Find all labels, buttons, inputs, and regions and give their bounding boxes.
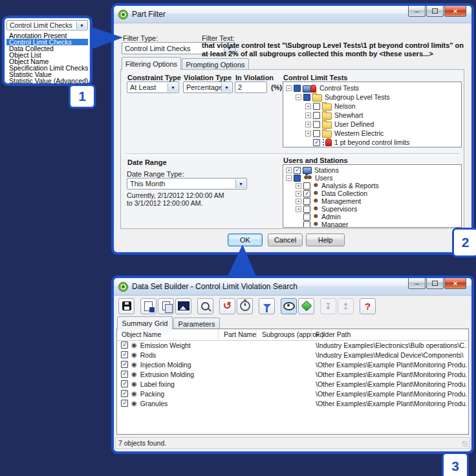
collapse-icon[interactable]: −: [286, 85, 292, 91]
table-row[interactable]: ◉Label fixing\Other Examples\Example Pla…: [117, 379, 468, 389]
filter-type-dropdown-closed[interactable]: Control Limit Checks ▼: [6, 20, 88, 30]
expand-icon[interactable]: +: [296, 183, 301, 189]
tree-item[interactable]: −Control Tests: [286, 83, 461, 92]
tree-item[interactable]: Admin: [286, 213, 461, 221]
row-checkbox[interactable]: [121, 371, 128, 378]
violation-type-combo[interactable]: Percentage ▼: [183, 81, 233, 93]
help-button[interactable]: [360, 298, 376, 314]
chevron-down-icon[interactable]: ▼: [235, 179, 246, 188]
tree-checkbox[interactable]: [313, 139, 320, 146]
tree-checkbox[interactable]: [303, 206, 310, 213]
minimize-button[interactable]: –: [408, 6, 426, 17]
tree-checkbox[interactable]: [303, 182, 310, 189]
tree-item[interactable]: +User Defined: [286, 120, 461, 129]
tree-item[interactable]: +Analysis & Reports: [286, 182, 461, 189]
maximize-button[interactable]: [426, 278, 444, 289]
tree-item[interactable]: +Stations: [286, 166, 461, 174]
eye-button[interactable]: [281, 298, 297, 314]
close-button[interactable]: ×: [444, 278, 466, 289]
tab-prompting-options[interactable]: Prompting Options: [182, 58, 249, 70]
tree-item[interactable]: +Data Collection: [286, 189, 461, 197]
timer-button[interactable]: [237, 298, 253, 314]
row-checkbox[interactable]: [121, 341, 128, 349]
table-row[interactable]: ◉Packing\Other Examples\Example Plant\Mo…: [117, 389, 468, 398]
in-violation-input[interactable]: 2: [235, 81, 267, 93]
column-header-part-name[interactable]: Part Name: [224, 330, 256, 338]
constraint-type-combo[interactable]: At Least ▼: [127, 81, 179, 93]
ok-button[interactable]: OK: [228, 233, 263, 246]
row-checkbox[interactable]: [121, 361, 128, 368]
users-and-stations-tree[interactable]: +Stations−Users+Analysis & Reports+Data …: [283, 164, 462, 228]
tree-item[interactable]: +Western Electric: [286, 129, 461, 138]
copy-button[interactable]: [158, 298, 174, 314]
date-range-type-combo[interactable]: This Month ▼: [127, 178, 247, 189]
export-save-button[interactable]: [140, 298, 157, 314]
table-row[interactable]: ◉Granules\Other Examples\Example Plant\M…: [117, 398, 468, 408]
control-limit-tests-tree[interactable]: −Control Tests−Subgroup Level Tests+Nels…: [283, 81, 462, 147]
tree-checkbox[interactable]: [303, 190, 310, 197]
tree-checkbox[interactable]: [294, 85, 301, 92]
column-header-subgroups[interactable]: Subgroups (approx.): [262, 330, 324, 338]
close-button[interactable]: ×: [444, 6, 466, 17]
row-checkbox[interactable]: [121, 380, 128, 387]
table-row[interactable]: ◉Extrusion Molding\Other Examples\Exampl…: [117, 369, 468, 379]
filter-funnel-button[interactable]: [259, 298, 275, 314]
tree-checkbox[interactable]: [294, 175, 301, 182]
expand-icon[interactable]: +: [296, 191, 301, 197]
expand-icon[interactable]: +: [286, 168, 292, 173]
expand-icon[interactable]: +: [305, 131, 311, 136]
go-diamond-button[interactable]: [298, 298, 314, 314]
chevron-down-icon[interactable]: ▼: [168, 83, 178, 92]
table-row[interactable]: ◉Emission Weight\Industry Examples\Elect…: [117, 340, 468, 350]
cancel-button[interactable]: Cancel: [268, 233, 303, 246]
table-row[interactable]: ◉Injection Molding\Other Examples\Exampl…: [117, 360, 468, 369]
filter-type-listbox[interactable]: Annotation PresentControl Limit ChecksDa…: [6, 32, 88, 84]
tree-checkbox[interactable]: [303, 198, 310, 205]
tree-item[interactable]: +Shewhart: [286, 111, 461, 120]
row-checkbox[interactable]: [121, 351, 128, 358]
tree-item[interactable]: −Subgroup Level Tests: [286, 92, 461, 102]
expand-icon[interactable]: +: [296, 206, 301, 212]
tree-checkbox[interactable]: [303, 94, 310, 101]
tree-item[interactable]: +Nelson: [286, 102, 461, 111]
tree-item[interactable]: +Management: [286, 197, 461, 205]
tab-filtering-options[interactable]: Filtering Options: [122, 57, 181, 70]
tab-summary-grid[interactable]: Summary Grid: [117, 316, 173, 329]
image-button[interactable]: [175, 298, 191, 314]
tree-item[interactable]: −Users: [286, 174, 461, 182]
collapse-icon[interactable]: −: [296, 94, 301, 100]
maximize-button[interactable]: [426, 6, 444, 17]
column-header-object-name[interactable]: Object Name: [122, 330, 161, 338]
minimize-button[interactable]: –: [408, 278, 426, 289]
collapse-icon[interactable]: −: [286, 175, 292, 181]
help-button[interactable]: Help: [306, 233, 345, 246]
expand-icon[interactable]: +: [296, 199, 301, 204]
tree-checkbox[interactable]: [313, 121, 320, 128]
tree-item-label: Supervisors: [321, 205, 357, 213]
tree-checkbox[interactable]: [313, 112, 320, 119]
window-controls: – ×: [408, 278, 466, 289]
chevron-down-icon[interactable]: ▼: [221, 83, 232, 92]
tab-parameters[interactable]: Parameters: [173, 318, 220, 329]
expand-icon[interactable]: +: [305, 113, 311, 118]
summary-grid[interactable]: Object Name Part Name Subgroups (approx.…: [116, 329, 469, 435]
tree-checkbox[interactable]: [313, 103, 320, 110]
tree-checkbox[interactable]: [294, 167, 301, 174]
undo-button[interactable]: [219, 298, 235, 314]
chevron-down-icon[interactable]: ▼: [76, 21, 87, 29]
tree-item[interactable]: Manager: [286, 221, 461, 228]
column-header-folder-path[interactable]: Folder Path: [316, 330, 351, 338]
tree-checkbox[interactable]: [313, 130, 320, 137]
table-row[interactable]: ◉Rods\Industry Examples\Medical Device\C…: [117, 350, 468, 360]
tree-checkbox[interactable]: [303, 221, 310, 228]
expand-icon[interactable]: +: [305, 122, 311, 127]
expand-icon[interactable]: +: [305, 103, 311, 109]
tree-item[interactable]: 1 pt beyond control limits: [286, 138, 461, 147]
filter-type-option[interactable]: Statistic Value (Advanced): [6, 78, 88, 84]
tree-item[interactable]: +Supervisors: [286, 205, 461, 213]
tree-checkbox[interactable]: [303, 213, 310, 221]
row-checkbox[interactable]: [121, 400, 128, 407]
save-button[interactable]: [118, 298, 135, 314]
preview-button[interactable]: [197, 298, 213, 314]
row-checkbox[interactable]: [121, 390, 128, 397]
